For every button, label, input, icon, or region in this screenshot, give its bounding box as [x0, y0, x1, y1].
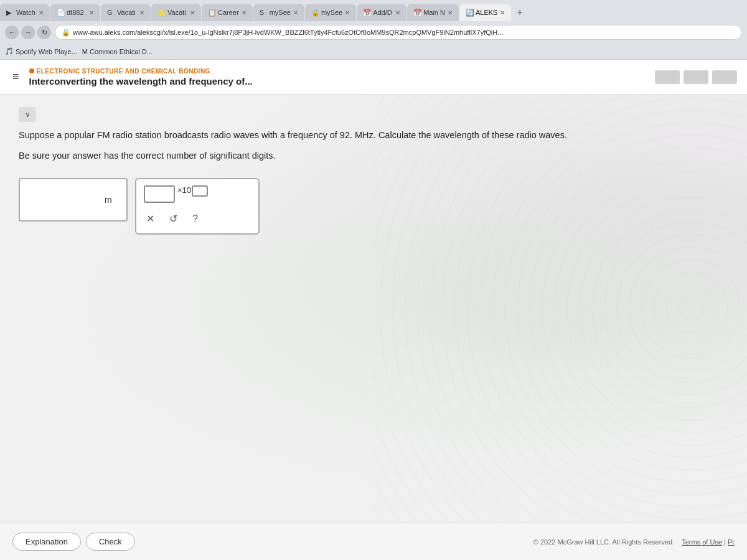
tab-vacati1[interactable]: G Vacati ✕ — [101, 4, 151, 21]
browser-chrome: ▶ Watch ✕ 📄 dt882 ✕ G Vacati ✕ 🌟 Vacati … — [0, 0, 747, 60]
sci-base-input[interactable] — [144, 185, 175, 203]
bookmark-ethical-icon: M — [82, 48, 88, 55]
answer-input[interactable] — [26, 194, 101, 205]
tab-mysee1[interactable]: S mySee ✕ — [253, 4, 304, 21]
window-controls — [655, 70, 737, 84]
tab-vacati2[interactable]: 🌟 Vacati ✕ — [151, 4, 201, 21]
bookmark-ethical[interactable]: M Common Ethical D... — [82, 48, 153, 55]
tab-close-watch[interactable]: ✕ — [39, 9, 44, 16]
chevron-row: ∨ — [19, 107, 728, 122]
sci-help-button[interactable]: ? — [190, 211, 200, 227]
tab-close-adddrop[interactable]: ✕ — [395, 9, 400, 16]
chevron-down-icon: ∨ — [25, 110, 31, 119]
tab-label-vacati2: Vacati — [167, 9, 186, 16]
tab-label-mysee1: mySee — [270, 9, 291, 16]
bottom-buttons: Explanation Check — [12, 533, 135, 551]
scientific-notation-box: ×10 ✕ ↺ ? — [135, 178, 260, 235]
copyright-text: © 2022 McGraw Hill LLC. All Rights Reser… — [533, 538, 674, 546]
bookmark-spotify[interactable]: 🎵 Spotify Web Playe... — [5, 47, 77, 55]
problem-text-2: Be sure your answer has the correct numb… — [19, 149, 728, 163]
hamburger-button[interactable]: ≡ — [10, 68, 22, 86]
new-tab-button[interactable]: + — [512, 4, 527, 21]
win-ctrl-3[interactable] — [712, 70, 737, 84]
tab-favicon-adddrop: 📅 — [363, 9, 370, 16]
tab-label-career: Career — [218, 9, 239, 16]
tab-close-career[interactable]: ✕ — [242, 9, 247, 16]
terms-link[interactable]: Terms of Use — [682, 538, 722, 546]
header-topic: ELECTRONIC STRUCTURE AND CHEMICAL BONDIN… — [29, 68, 647, 86]
win-ctrl-1[interactable] — [655, 70, 680, 84]
topic-category: ELECTRONIC STRUCTURE AND CHEMICAL BONDIN… — [29, 68, 647, 75]
explanation-button[interactable]: Explanation — [12, 533, 81, 551]
tab-watch[interactable]: ▶ Watch ✕ — [0, 4, 50, 21]
chevron-button[interactable]: ∨ — [19, 107, 36, 122]
topic-title: Interconverting the wavelength and frequ… — [29, 76, 647, 86]
tab-favicon-main: 📅 — [413, 9, 421, 16]
tab-favicon-dt882: 📄 — [57, 9, 64, 16]
tab-dt882[interactable]: 📄 dt882 ✕ — [50, 4, 100, 21]
back-button[interactable]: ← — [5, 26, 19, 39]
nav-buttons: ← → ↻ — [5, 26, 51, 39]
bookmark-ethical-label: Common Ethical D... — [90, 48, 153, 55]
sci-exp-input[interactable] — [192, 185, 208, 197]
url-bar[interactable]: 🔒 www-awu.aleks.com/alekscgi/x/lsl.exe/1… — [55, 25, 742, 40]
tab-career[interactable]: 📋 Career ✕ — [202, 4, 253, 21]
tab-mysee2[interactable]: 🔒 mySee ✕ — [305, 4, 356, 21]
problem-background: ∨ Suppose a popular FM radio station bro… — [0, 95, 747, 523]
tab-label-aleks: ALEKS — [476, 9, 497, 16]
bookmarks-bar: 🎵 Spotify Web Playe... M Common Ethical … — [0, 44, 747, 60]
tab-label-mysee2: mySee — [321, 9, 342, 16]
tab-favicon-mysee2: 🔒 — [311, 9, 319, 16]
win-ctrl-2[interactable] — [684, 70, 708, 84]
tab-close-mysee2[interactable]: ✕ — [345, 9, 350, 16]
tab-label-adddrop: Add/D — [373, 9, 392, 16]
hamburger-icon: ≡ — [12, 70, 19, 83]
tab-label-main: Main N — [423, 9, 445, 16]
forward-button[interactable]: → — [21, 26, 35, 39]
problem-text-1: Suppose a popular FM radio station broad… — [19, 128, 728, 142]
tab-adddrop[interactable]: 📅 Add/D ✕ — [357, 4, 406, 21]
bookmark-spotify-label: Spotify Web Playe... — [16, 48, 77, 55]
privacy-link[interactable]: Pr — [728, 538, 735, 546]
tab-favicon-aleks: 🔄 — [466, 9, 473, 16]
topic-category-text: ELECTRONIC STRUCTURE AND CHEMICAL BONDIN… — [37, 68, 210, 75]
tab-favicon-vacati1: G — [107, 9, 115, 16]
bottom-bar: Explanation Check © 2022 McGraw Hill LLC… — [0, 523, 747, 560]
tab-label-watch: Watch — [16, 9, 35, 16]
tab-close-vacati1[interactable]: ✕ — [139, 9, 144, 16]
content-overlay: ∨ Suppose a popular FM radio station bro… — [0, 95, 747, 247]
sci-clear-button[interactable]: ✕ — [144, 210, 157, 227]
url-text: www-awu.aleks.com/alekscgi/x/lsl.exe/1o_… — [73, 29, 503, 36]
answer-area: m ×10 ✕ — [19, 178, 728, 235]
refresh-icon: ↺ — [169, 213, 177, 224]
address-bar: ← → ↻ 🔒 www-awu.aleks.com/alekscgi/x/lsl… — [0, 21, 747, 44]
bookmark-spotify-icon: 🎵 — [5, 47, 14, 55]
tab-favicon-career: 📋 — [208, 9, 215, 16]
sci-refresh-button[interactable]: ↺ — [167, 210, 180, 227]
reload-button[interactable]: ↻ — [37, 26, 51, 39]
tab-close-aleks[interactable]: ✕ — [500, 9, 505, 16]
tab-bar: ▶ Watch ✕ 📄 dt882 ✕ G Vacati ✕ 🌟 Vacati … — [0, 0, 747, 21]
tab-favicon-mysee1: S — [260, 9, 267, 16]
tab-close-dt882[interactable]: ✕ — [89, 9, 94, 16]
tab-main[interactable]: 📅 Main N ✕ — [407, 4, 459, 21]
tab-close-mysee1[interactable]: ✕ — [293, 9, 298, 16]
aleks-header: ≡ ELECTRONIC STRUCTURE AND CHEMICAL BOND… — [0, 60, 747, 95]
tab-close-main[interactable]: ✕ — [448, 9, 453, 16]
question-icon: ? — [192, 213, 198, 224]
tab-close-vacati2[interactable]: ✕ — [190, 9, 195, 16]
answer-unit: m — [105, 195, 112, 205]
lock-icon: 🔒 — [62, 29, 70, 37]
close-icon: ✕ — [146, 213, 154, 224]
tab-aleks[interactable]: 🔄 ALEKS ✕ — [459, 4, 511, 21]
answer-input-box: m — [19, 178, 128, 222]
topic-dot — [29, 68, 34, 73]
sci-buttons: ✕ ↺ ? — [144, 210, 251, 227]
check-button[interactable]: Check — [86, 533, 135, 551]
footer-text: © 2022 McGraw Hill LLC. All Rights Reser… — [533, 538, 735, 546]
main-content: ≡ ELECTRONIC STRUCTURE AND CHEMICAL BOND… — [0, 60, 747, 560]
tab-label-dt882: dt882 — [67, 9, 84, 16]
tab-favicon-vacati2: 🌟 — [157, 9, 165, 16]
tab-favicon-watch: ▶ — [6, 9, 14, 16]
sci-x10-label: ×10 — [177, 185, 208, 197]
